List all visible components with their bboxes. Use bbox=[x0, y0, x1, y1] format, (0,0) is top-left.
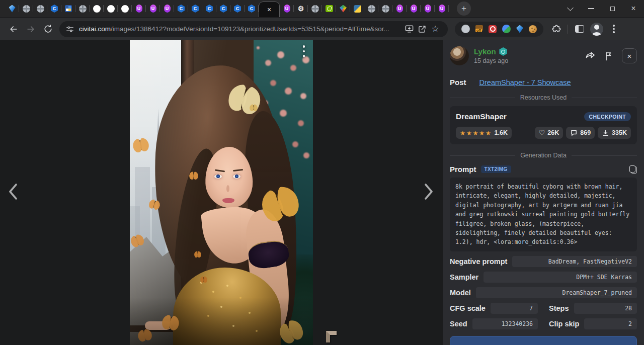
extensions-menu-button[interactable] bbox=[547, 21, 565, 38]
tab-civitai[interactable]: C bbox=[188, 0, 202, 17]
viewed-image[interactable] bbox=[130, 40, 313, 345]
back-button[interactable] bbox=[5, 21, 22, 38]
new-tab-button[interactable]: + bbox=[457, 2, 471, 16]
param-value[interactable]: DPM++ SDE Karras bbox=[484, 272, 637, 283]
install-icon bbox=[405, 24, 414, 34]
tab-python[interactable] bbox=[350, 0, 364, 17]
tab-ushield[interactable]: U bbox=[407, 0, 421, 17]
globe-favicon-icon bbox=[382, 5, 389, 13]
side-panel-button[interactable] bbox=[571, 21, 588, 38]
page-content: Lykon 15 days ago × Post bbox=[0, 40, 644, 345]
tab-grid[interactable] bbox=[61, 0, 75, 17]
tab-ushield[interactable]: U bbox=[160, 0, 174, 17]
param-value[interactable]: 132340236 bbox=[472, 318, 538, 329]
user-avatar[interactable] bbox=[450, 46, 469, 65]
tab-globe[interactable] bbox=[33, 0, 47, 17]
post-row: Post DreamShaper - 7 Showcase bbox=[450, 78, 637, 87]
extension-globe-icon[interactable] bbox=[461, 25, 470, 33]
site-info-icon[interactable] bbox=[65, 25, 74, 34]
tab-github[interactable] bbox=[90, 0, 104, 17]
civitai-favicon-icon: C bbox=[219, 5, 227, 13]
tab-ushield[interactable]: U bbox=[146, 0, 160, 17]
extension-red-ring-icon[interactable] bbox=[489, 25, 497, 33]
copy-icon[interactable] bbox=[629, 165, 637, 174]
tab-prism[interactable] bbox=[336, 0, 350, 17]
toolbar-divider bbox=[568, 25, 568, 34]
active-tab[interactable]: × bbox=[259, 2, 280, 17]
section-generation: Generation Data bbox=[450, 152, 637, 159]
param-label: Clip skip bbox=[549, 320, 579, 328]
tab-gem[interactable] bbox=[5, 0, 19, 17]
tab-github[interactable] bbox=[118, 0, 132, 17]
share-page-button[interactable] bbox=[416, 23, 429, 36]
post-link[interactable]: DreamShaper - 7 Showcase bbox=[479, 78, 571, 87]
bookmark-button[interactable]: ☆ bbox=[429, 23, 442, 36]
next-image-button[interactable] bbox=[421, 180, 437, 205]
tab-ushield[interactable]: U bbox=[280, 0, 294, 17]
forward-button[interactable] bbox=[22, 21, 39, 38]
tab-close-icon[interactable]: × bbox=[267, 6, 271, 13]
tab-civitai[interactable]: C bbox=[216, 0, 230, 17]
param-value[interactable]: BadDream, FastNegativeV2 bbox=[512, 256, 637, 267]
profile-button[interactable] bbox=[588, 21, 605, 38]
extension-off-badge-icon[interactable]: off bbox=[475, 25, 483, 31]
tab-ushield[interactable]: U bbox=[392, 0, 407, 17]
resource-card[interactable]: DreamShaper CHECKPOINT ★★★★★ 1.6K ♡ 26K bbox=[450, 106, 637, 144]
downloads-pill[interactable]: 335K bbox=[598, 127, 631, 139]
tab-civitai[interactable]: C bbox=[174, 0, 188, 17]
image-viewer bbox=[0, 40, 443, 345]
tab-civitai[interactable]: C bbox=[202, 0, 216, 17]
extension-cookie-icon[interactable] bbox=[529, 25, 537, 33]
tab-ushield[interactable]: U bbox=[421, 0, 435, 17]
share-button[interactable] bbox=[585, 51, 596, 61]
tab-globe[interactable] bbox=[19, 0, 33, 17]
prev-image-button[interactable] bbox=[5, 180, 21, 205]
tab-globe[interactable] bbox=[378, 0, 392, 17]
extension-blue-diamond-icon[interactable] bbox=[516, 25, 523, 33]
browser-menu-button[interactable] bbox=[605, 21, 622, 38]
close-panel-button[interactable]: × bbox=[622, 48, 637, 63]
tab-globe[interactable] bbox=[364, 0, 378, 17]
tab-github[interactable] bbox=[104, 0, 118, 17]
param-value[interactable]: 7 bbox=[491, 303, 538, 314]
tab-globe[interactable] bbox=[75, 0, 90, 17]
address-bar[interactable]: civitai.com/images/1386412?modelVersionI… bbox=[59, 21, 448, 37]
tab-civitai[interactable]: C bbox=[245, 0, 259, 17]
likes-pill[interactable]: ♡ 26K bbox=[535, 127, 564, 139]
image-options-button[interactable] bbox=[303, 45, 305, 57]
install-app-button[interactable] bbox=[403, 23, 416, 36]
civitai-favicon-icon: C bbox=[177, 5, 185, 13]
tab-civitai[interactable]: C bbox=[230, 0, 245, 17]
window-close-button[interactable]: × bbox=[623, 0, 644, 17]
minimize-button[interactable] bbox=[581, 0, 602, 17]
txt2img-badge: TXT2IMG bbox=[481, 165, 511, 173]
likes-count: 26K bbox=[547, 129, 559, 136]
tab-globe[interactable] bbox=[308, 0, 322, 17]
rating-pill[interactable]: ★★★★★ 1.6K bbox=[456, 127, 512, 139]
tab-ushield[interactable]: U bbox=[132, 0, 146, 17]
comments-pill[interactable]: 869 bbox=[566, 127, 595, 139]
param-label: Steps bbox=[549, 304, 569, 312]
tab-gear[interactable] bbox=[294, 0, 308, 17]
param-value[interactable]: 2 bbox=[584, 318, 637, 329]
tab-strip: CUUUCCCCCC×UUUUU + × bbox=[0, 0, 644, 17]
nvidia-favicon-icon bbox=[326, 5, 333, 12]
back-icon bbox=[9, 24, 19, 34]
prompt-header: Prompt TXT2IMG bbox=[450, 165, 637, 174]
tab-ushield[interactable]: U bbox=[435, 0, 449, 17]
username-link[interactable]: Lykon bbox=[474, 47, 496, 56]
tab-civitai[interactable]: C bbox=[47, 0, 61, 17]
resource-type-badge[interactable]: CHECKPOINT bbox=[584, 112, 631, 121]
prompt-text[interactable]: 8k portrait of beautiful cyborg with bro… bbox=[450, 178, 637, 251]
extension-translate-icon[interactable] bbox=[502, 25, 511, 33]
tab-nvidia[interactable] bbox=[322, 0, 336, 17]
resource-name[interactable]: DreamShaper bbox=[456, 112, 507, 121]
param-value[interactable]: 28 bbox=[574, 303, 637, 314]
tab-search-button[interactable] bbox=[559, 0, 581, 17]
param-label: CFG scale bbox=[450, 304, 486, 312]
report-button[interactable] bbox=[604, 51, 614, 61]
maximize-button[interactable] bbox=[602, 0, 623, 17]
param-value[interactable]: DreamShaper_7_pruned bbox=[476, 287, 637, 298]
copy-generation-data-button[interactable] bbox=[450, 336, 637, 345]
reload-button[interactable] bbox=[39, 21, 56, 38]
